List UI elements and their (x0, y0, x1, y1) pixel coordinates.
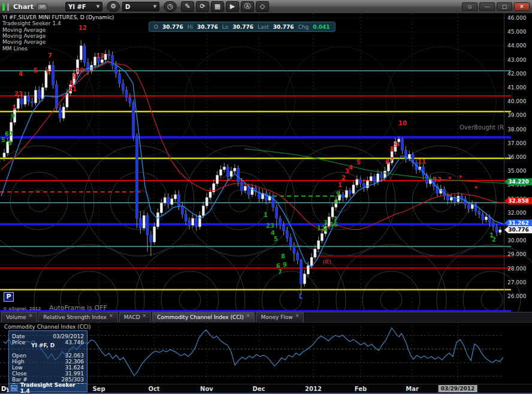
svg-text:23: 23 (266, 222, 274, 229)
svg-text:67: 67 (5, 131, 13, 137)
svg-text:8: 8 (281, 253, 285, 260)
candlestick-chart-canvas[interactable]: 12345678910111213123456789101112***96758… (0, 13, 532, 312)
tab-macd[interactable]: MACD× (119, 312, 152, 322)
symbol-settings-button[interactable]: ⚙ (107, 1, 120, 12)
databox-value: 43.746 (65, 339, 84, 345)
tool-eraser[interactable]: ◇ (256, 1, 269, 12)
databox-label: High (12, 359, 25, 365)
quote-value: 0.041 (313, 24, 330, 30)
svg-text:3: 3 (324, 219, 328, 226)
databox-label: Date (12, 333, 25, 339)
app-title: Chart (13, 3, 34, 11)
tab-label: MACD (124, 314, 140, 320)
svg-text:2: 2 (492, 236, 496, 243)
quote-label: Hi (188, 24, 193, 30)
tool-drawing-pencil[interactable]: ✎ (181, 1, 194, 12)
interval-value: D (125, 4, 130, 10)
time-label-2012: 2012 (305, 386, 322, 392)
tab-close-icon[interactable]: × (246, 313, 250, 318)
overbought-label: OverBought (R (460, 124, 504, 131)
close-button[interactable]: ✕ (514, 2, 530, 11)
svg-text:7: 7 (333, 216, 337, 222)
tab-close-icon[interactable]: × (109, 313, 113, 318)
databox-row-date: Date03/29/2012 (12, 333, 84, 339)
trading-app-window: Chart SR YI #F ▼ ⚙ D ▼ ◷ ✎⟳▦▶Ⓐ◇ ▫—□✕ 123… (0, 0, 532, 394)
title-toolbar: Chart SR YI #F ▼ ⚙ D ▼ ◷ ✎⟳▦▶Ⓐ◇ ▫—□✕ (0, 0, 532, 13)
popout-button[interactable]: ▫ (462, 2, 477, 11)
tool-auto[interactable]: Ⓐ (241, 1, 254, 12)
time-settings-button[interactable]: ◷ (164, 1, 177, 12)
svg-text:7: 7 (389, 157, 394, 163)
tab-close-icon[interactable]: × (143, 313, 147, 318)
price-badge-32.858: 32.858 (504, 197, 532, 204)
interval-combo[interactable]: D ▼ (122, 2, 159, 11)
legend-line-2: Moving Average (2, 27, 46, 33)
svg-text:5: 5 (34, 67, 38, 74)
quote-value: 30.776 (273, 24, 294, 30)
tab-money-flow[interactable]: Money Flow× (256, 312, 304, 322)
p-tool-button[interactable]: P (4, 292, 14, 302)
svg-text:9: 9 (394, 142, 398, 148)
tab-commodity-channel-index-cci-[interactable]: Commodity Channel Index (CCI)× (152, 312, 255, 322)
chart-badge-icon: SR (37, 4, 47, 10)
tab-label: Commodity Channel Index (CCI) (157, 314, 243, 320)
tab-volume[interactable]: Volume× (1, 312, 37, 322)
svg-text:12: 12 (433, 176, 442, 183)
tab-relative-strength-index[interactable]: Relative Strength Index× (38, 312, 117, 322)
svg-text:5: 5 (274, 236, 278, 242)
svg-text:9: 9 (336, 191, 340, 197)
symbol-combo[interactable]: YI #F ▼ (65, 2, 102, 11)
databox-row-high: High32.306 (12, 359, 84, 365)
cursor-data-box: Date03/29/2012Price43.746Open32.063High3… (8, 330, 87, 384)
svg-text:8: 8 (334, 198, 338, 205)
time-label-oct: Oct (148, 386, 159, 392)
tool-text-note[interactable]: ▦ (211, 1, 224, 12)
autoframe-status: AutoFrame is OFF (49, 304, 107, 312)
svg-text:9: 9 (72, 73, 77, 80)
minimize-button[interactable]: — (479, 2, 495, 11)
svg-text:(R): (R) (322, 259, 331, 265)
quote-value: 30.776 (162, 24, 183, 30)
svg-text:23: 23 (14, 91, 23, 97)
tab-close-icon[interactable]: × (295, 313, 300, 318)
symbol-value: YI #F (68, 4, 86, 10)
svg-text:7: 7 (278, 269, 282, 275)
time-label-dec: Dec (252, 386, 265, 392)
main-chart-area[interactable]: 12345678910111213123456789101112***96758… (0, 13, 532, 312)
eraser-icon: ◇ (260, 2, 265, 10)
tab-close-icon[interactable]: × (28, 313, 32, 318)
window-controls: ▫—□✕ (462, 2, 530, 11)
svg-text:9: 9 (11, 113, 15, 119)
legend-line-5: MM Lines (2, 46, 28, 52)
chevron-down-icon: ▼ (96, 4, 99, 9)
svg-text:10: 10 (398, 120, 407, 127)
time-label-sep: Sep (92, 386, 105, 392)
time-label-mar: Mar (406, 386, 419, 392)
window-status-indicator (2, 3, 5, 11)
svg-text:2: 2 (341, 175, 346, 181)
maximize-button[interactable]: □ (497, 2, 512, 11)
window-status-indicator-2 (7, 3, 9, 11)
databox-label: Price (12, 339, 25, 345)
time-label-feb: Feb (355, 386, 367, 392)
databox-row-close: Close31.991 (12, 371, 84, 377)
copyright-label: © eSignal, 2012 (3, 306, 41, 311)
databox-value: 31.624 (65, 365, 84, 371)
tool-refresh[interactable]: ⟳ (196, 1, 209, 12)
legend-line-0: YI #F,SILVER MINI FUTURES, D (Dynamic) (2, 14, 114, 20)
legend-line-1: Tradesight Seeker 1.4 (2, 20, 61, 26)
gear-icon: ⚙ (110, 2, 116, 10)
svg-text:1: 1 (264, 212, 268, 218)
svg-text:9: 9 (283, 261, 287, 268)
price-tick: 40.000 (507, 98, 527, 104)
tool-play[interactable]: ▶ (226, 1, 239, 12)
cci-title: Commodity Channel Index (CCI) (4, 324, 90, 330)
seeker-label: Tradesight Seeker 1.4 (20, 382, 85, 394)
price-tick: 37.000 (507, 140, 527, 146)
svg-text:8: 8 (390, 146, 394, 152)
svg-text:1: 1 (12, 104, 16, 111)
svg-text:*: * (448, 176, 452, 182)
play-icon: ▶ (230, 2, 235, 10)
cci-series-label: YI #F, D (31, 342, 55, 348)
auto-icon: Ⓐ (244, 2, 251, 10)
